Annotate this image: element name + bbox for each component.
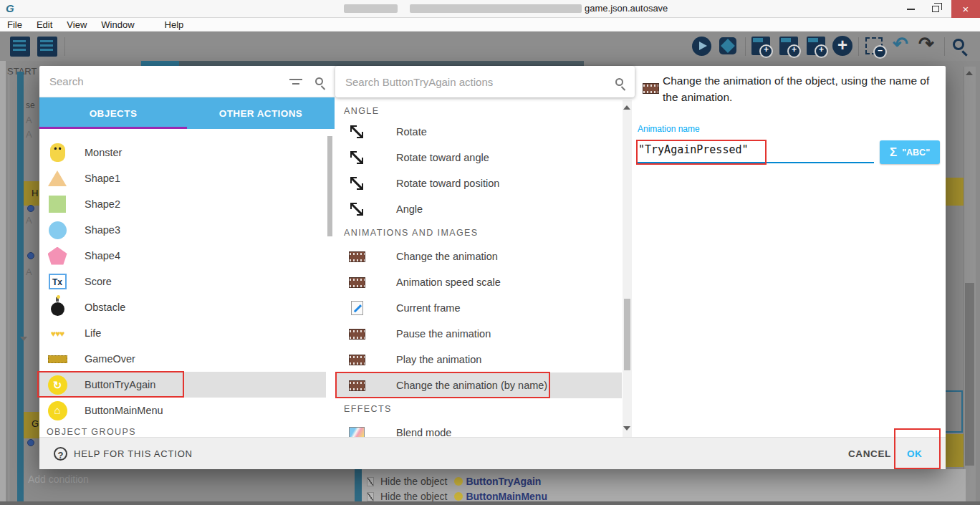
list-item-monster[interactable]: Monster [39,140,326,165]
list-item-gameover[interactable]: GameOver [39,346,326,372]
title-bar: G game.json.autosave × [0,0,980,18]
object-search-input[interactable] [49,75,289,87]
list-item-buttonmainmenu[interactable]: ButtonMainMenu [39,398,326,423]
action-rotate[interactable]: Rotate [335,119,622,145]
restore-button[interactable] [924,0,947,18]
action-play-animation[interactable]: Play the animation [335,347,622,372]
help-button[interactable]: HELP FOR THIS ACTION [74,448,193,459]
add-comment-icon[interactable] [807,37,825,55]
bg-highlighted-event [944,390,963,433]
menu-file[interactable]: File [0,19,29,30]
bg-fragment: A [26,215,32,226]
objects-scrollbar-thumb[interactable] [327,136,332,236]
add-subevent-icon[interactable] [779,37,798,55]
filter-icon[interactable] [289,77,302,86]
cancel-button[interactable]: CANCEL [848,448,891,459]
toolbar-separator [745,37,746,56]
film-icon [349,329,365,340]
list-item-shape4[interactable]: Shape4 [39,243,326,269]
gdevelop-logo-icon: G [6,2,14,14]
square-icon [49,196,66,213]
action-current-frame[interactable]: Current frame [335,295,622,321]
list-item-life[interactable]: Life [39,320,326,346]
toolbar-separator [944,37,945,56]
list-item-shape1[interactable]: Shape1 [39,165,326,191]
menu-edit[interactable]: Edit [29,19,59,30]
redacted-path-segment [410,4,582,13]
actions-scrollbar-track[interactable] [623,100,632,437]
minimize-icon [907,9,915,10]
action-angle[interactable]: Angle [335,196,622,222]
debug-icon[interactable] [719,37,736,54]
rotate-icon [350,125,363,138]
search-events-icon[interactable] [953,39,964,50]
actions-scrollbar-thumb[interactable] [624,299,630,370]
bg-event-action: Hide the object ButtonMainMenu [367,491,547,502]
bg-gear-icon [27,205,34,212]
action-search-input[interactable] [345,76,615,88]
film-icon [349,355,365,365]
film-icon [349,277,365,288]
search-icon[interactable] [315,77,323,85]
actions-scroll-down-icon[interactable] [623,426,630,431]
dialog-footer: HELP FOR THIS ACTION CANCEL OK [39,437,946,469]
delete-selection-icon[interactable] [865,37,883,54]
bg-event-bar [17,72,24,501]
action-rotate-toward-position[interactable]: Rotate toward position [335,170,622,196]
field-label: Animation name [638,124,700,134]
banner-icon [48,355,67,363]
object-groups-header: OBJECT GROUPS [39,423,326,437]
action-animation-speed[interactable]: Animation speed scale [335,269,622,295]
bg-gear-icon [27,252,34,259]
annotation-box-buttontryagain [37,371,184,398]
monster-icon [50,143,65,162]
hide-action-icon [367,492,374,501]
action-change-animation[interactable]: Change the animation [335,244,622,269]
actions-scroll-up-icon[interactable] [623,105,630,110]
add-new-icon[interactable]: + [832,36,852,56]
scene-editor-icon[interactable] [37,37,57,57]
menu-view[interactable]: View [59,19,94,30]
list-item-shape3[interactable]: Shape3 [39,217,326,243]
play-icon[interactable] [692,37,711,56]
toolbar: + ↶ ↷ [0,32,980,61]
bg-event-object: ButtonTryAgain [466,476,541,487]
window-title: game.json.autosave [585,3,668,14]
home-button-icon [48,401,67,420]
bomb-icon [51,302,64,316]
pentagon-icon [48,247,67,265]
tab-objects[interactable]: OBJECTS [39,97,187,129]
search-icon[interactable] [615,78,623,86]
rotate-icon [350,177,363,190]
blend-mode-icon [349,427,365,437]
bg-fragment: A [26,115,32,125]
bg-selected-event [946,434,964,467]
list-item-obstacle[interactable]: Obstacle [39,294,326,320]
restore-icon [932,6,939,12]
action-description: Change the animation of the object, usin… [663,72,948,105]
action-pause-animation[interactable]: Pause the animation [335,321,622,347]
bg-scrollbar-thumb[interactable] [965,283,974,466]
tab-other-actions[interactable]: OTHER ACTIONS [187,97,335,129]
action-blend-mode[interactable]: Blend mode [335,420,622,437]
toolbar-separator [858,37,859,56]
bg-tab-strip [141,61,584,66]
close-button[interactable]: × [951,0,980,18]
project-manager-icon[interactable] [10,37,30,57]
redo-icon[interactable]: ↷ [918,33,934,55]
bg-add-condition: Add condition [28,473,89,485]
bg-scroll-up-icon[interactable] [966,71,973,75]
menu-help[interactable]: Help [158,19,191,30]
action-rotate-toward-angle[interactable]: Rotate toward angle [335,145,622,170]
help-icon[interactable] [54,447,67,461]
minimize-button[interactable] [899,0,922,18]
list-item-shape2[interactable]: Shape2 [39,191,326,217]
menu-window[interactable]: Window [94,19,141,30]
list-item-score[interactable]: Score [39,269,326,294]
bg-event-object: ButtonMainMenu [466,491,547,502]
circle-icon [49,221,67,239]
undo-icon[interactable]: ↶ [893,33,908,55]
expression-editor-button[interactable]: Σ "ABC" [880,140,940,164]
bg-event-text: Hide the object [380,476,447,487]
add-event-icon[interactable] [751,37,770,55]
